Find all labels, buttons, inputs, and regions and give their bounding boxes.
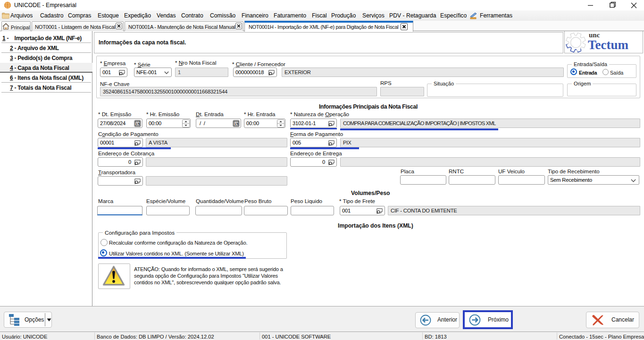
svg-text:15: 15 bbox=[234, 122, 238, 126]
svg-text:15: 15 bbox=[135, 122, 140, 126]
